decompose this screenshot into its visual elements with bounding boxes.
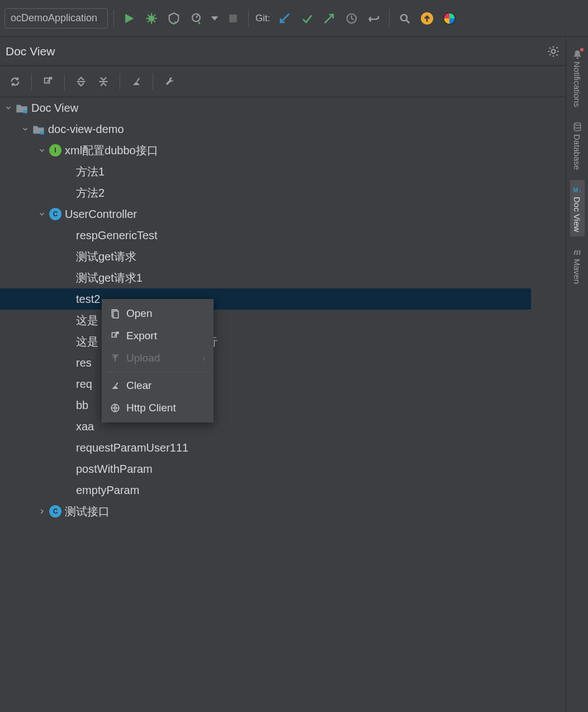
sidebar-tab-label: Maven — [572, 259, 582, 284]
tree-leaf[interactable]: 方法1 — [0, 161, 531, 182]
tree-leaf[interactable]: 这是 — [0, 310, 531, 331]
main-toolbar: ocDemoApplication Git: — [0, 0, 588, 37]
tree-leaf[interactable]: 测试get请求1 — [0, 267, 531, 288]
sidebar-tab-notifications[interactable]: Notifications — [570, 45, 585, 112]
collapse-all-icon[interactable] — [94, 72, 113, 91]
svg-text:M↓: M↓ — [573, 186, 581, 193]
wrench-icon[interactable] — [160, 72, 179, 91]
tree-label: 方法2 — [76, 186, 105, 201]
tree-node-root[interactable]: Doc View — [0, 97, 531, 118]
tree-leaf[interactable]: req count — [0, 373, 531, 395]
tree-label: res — [76, 357, 92, 369]
upload-icon — [110, 353, 121, 364]
menu-item-export[interactable]: Export — [102, 325, 214, 347]
svg-rect-2 — [229, 15, 237, 22]
svg-point-17 — [576, 57, 578, 59]
svg-rect-15 — [112, 354, 118, 355]
git-rollback-icon[interactable] — [364, 9, 383, 28]
svg-point-5 — [421, 12, 433, 25]
jetbrains-icon[interactable] — [440, 9, 459, 28]
svg-rect-13 — [112, 310, 117, 316]
toolbar-sep — [113, 10, 114, 27]
svg-point-1 — [192, 13, 200, 21]
svg-point-7 — [552, 49, 556, 53]
svg-text:m: m — [573, 248, 581, 257]
export-icon — [110, 330, 121, 341]
tree-node[interactable]: C测试接口 — [0, 501, 531, 522]
sidebar-tab-database[interactable]: Database — [570, 117, 585, 174]
tree-leaf[interactable]: 这是 测试换行 — [0, 331, 531, 352]
debug-icon[interactable] — [142, 9, 161, 28]
tree-label: test2 — [76, 293, 100, 306]
clear-icon[interactable] — [127, 72, 146, 91]
tree-label: 这是 — [76, 313, 98, 328]
toolbar-sep — [120, 73, 120, 90]
svg-rect-11 — [23, 110, 27, 113]
class-icon: C — [49, 505, 61, 518]
tree-label: UserController — [65, 208, 137, 221]
panel-header: Doc View — [0, 37, 588, 66]
ide-update-icon[interactable] — [418, 9, 437, 28]
svg-rect-12 — [40, 131, 44, 135]
menu-item-label: Http Client — [126, 402, 176, 414]
md-icon: M↓ — [572, 184, 582, 194]
sidebar-tab-label: Database — [572, 134, 582, 170]
git-label: Git: — [255, 13, 270, 24]
git-update-icon[interactable] — [275, 9, 294, 28]
profile-icon[interactable] — [187, 9, 206, 28]
menu-item-http client[interactable]: Http Client — [102, 397, 214, 419]
toolbar-sep — [389, 10, 390, 27]
refresh-icon[interactable] — [6, 72, 25, 91]
tree-leaf[interactable]: 方法2 — [0, 182, 531, 203]
tree-leaf[interactable]: res — [0, 352, 531, 373]
tree-leaf[interactable]: test2 — [0, 288, 531, 310]
menu-separator — [108, 372, 207, 372]
search-icon[interactable] — [395, 9, 414, 28]
tree-node-project[interactable]: doc-view-demo — [0, 118, 531, 140]
run-config-selector[interactable]: ocDemoApplication — [4, 8, 108, 29]
context-menu: OpenExportUpload›ClearHttp Client — [102, 299, 214, 423]
tree-leaf[interactable]: bb — [0, 395, 531, 416]
clear-icon — [110, 380, 121, 391]
tree-node[interactable]: CUserController — [0, 203, 531, 225]
svg-rect-14 — [113, 311, 118, 318]
toolbar-sep — [64, 73, 65, 90]
tree-leaf[interactable]: 测试get请求 — [0, 246, 531, 267]
doc-tree[interactable]: Doc Viewdoc-view-demoIxml配置dubbo接口方法1方法2… — [0, 97, 531, 712]
db-icon — [572, 122, 582, 132]
git-history-icon[interactable] — [342, 9, 361, 28]
gear-icon[interactable] — [544, 42, 562, 60]
right-sidebar: NotificationsDatabaseM↓Doc ViewmMaven — [566, 37, 588, 712]
tree-leaf[interactable]: emptyParam — [0, 480, 531, 501]
menu-item-clear[interactable]: Clear — [102, 374, 214, 397]
class-icon: I — [49, 144, 61, 156]
tree-node[interactable]: Ixml配置dubbo接口 — [0, 140, 531, 161]
git-push-icon[interactable] — [320, 9, 339, 28]
tree-leaf[interactable]: xaa — [0, 416, 531, 437]
bell-icon — [572, 49, 582, 59]
sidebar-tab-doc view[interactable]: M↓Doc View — [570, 180, 585, 236]
tree-leaf[interactable]: requestParamUser111 — [0, 437, 531, 458]
tree-leaf[interactable]: postWithParam — [0, 458, 531, 480]
svg-point-4 — [401, 15, 407, 21]
tree-label: emptyParam — [76, 484, 139, 497]
sidebar-tab-maven[interactable]: mMaven — [570, 242, 585, 288]
svg-rect-9 — [77, 81, 86, 82]
stop-icon[interactable] — [224, 9, 243, 28]
open-icon — [110, 308, 121, 319]
chevron-down-icon[interactable] — [209, 9, 220, 28]
tree-label: requestParamUser111 — [76, 442, 188, 454]
menu-item-open[interactable]: Open — [102, 302, 214, 325]
panel-title: Doc View — [6, 45, 542, 58]
tree-label: 测试接口 — [65, 504, 110, 519]
http-icon — [110, 402, 121, 414]
coverage-icon[interactable] — [164, 9, 183, 28]
tree-leaf[interactable]: respGenericTest — [0, 225, 531, 246]
export-icon[interactable] — [39, 72, 58, 91]
run-icon[interactable] — [120, 9, 139, 28]
expand-all-icon[interactable] — [72, 72, 91, 91]
svg-rect-10 — [99, 81, 108, 82]
git-commit-icon[interactable] — [297, 9, 316, 28]
tree-label: 方法1 — [76, 164, 105, 179]
tree-label: respGenericTest — [76, 229, 158, 242]
